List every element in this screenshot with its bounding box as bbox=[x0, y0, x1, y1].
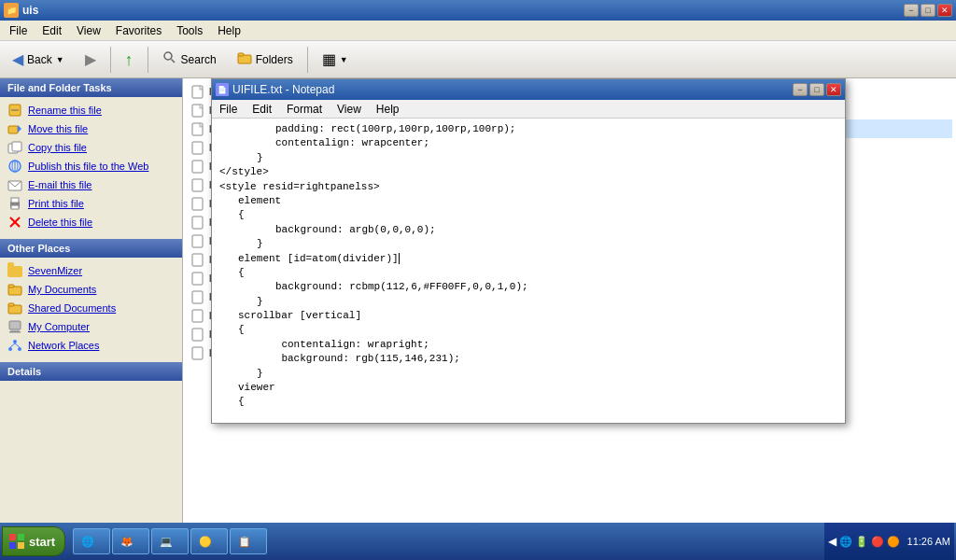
tray-icon-2: 🟠 bbox=[887, 536, 900, 548]
svg-rect-58 bbox=[192, 310, 203, 322]
up-icon: ↑ bbox=[125, 51, 134, 68]
svg-rect-48 bbox=[192, 217, 203, 229]
notepad-menu-file[interactable]: File bbox=[212, 101, 245, 118]
forward-button[interactable]: ▶ bbox=[77, 47, 105, 72]
forward-icon: ▶ bbox=[85, 50, 96, 68]
other-places-header[interactable]: Other Places bbox=[0, 239, 182, 258]
sevenmizer-folder-icon bbox=[7, 263, 22, 278]
window-controls: − □ ✕ bbox=[904, 4, 952, 17]
shared-documents-icon bbox=[7, 301, 22, 315]
menu-help[interactable]: Help bbox=[210, 22, 248, 39]
tray-arrow[interactable]: ◀ bbox=[828, 535, 836, 548]
search-button[interactable]: Search bbox=[154, 47, 225, 72]
my-documents-item[interactable]: My Documents bbox=[0, 280, 182, 299]
svg-point-28 bbox=[18, 347, 21, 351]
other-places-content: SevenMizer My Documents Shared Documents bbox=[0, 258, 182, 358]
rename-file-item[interactable]: Rename this file bbox=[0, 101, 182, 119]
folders-button[interactable]: Folders bbox=[229, 47, 302, 72]
menu-tools[interactable]: Tools bbox=[169, 22, 210, 39]
notepad-menu-edit[interactable]: Edit bbox=[245, 101, 279, 118]
svg-rect-66 bbox=[9, 534, 16, 540]
svg-rect-56 bbox=[192, 291, 203, 303]
svg-rect-3 bbox=[238, 53, 244, 56]
left-panel: File and Folder Tasks Rename this file M… bbox=[0, 78, 183, 538]
close-button[interactable]: ✕ bbox=[937, 4, 952, 17]
svg-rect-24 bbox=[11, 329, 19, 331]
svg-rect-60 bbox=[192, 329, 203, 341]
notepad-icon: 📄 bbox=[216, 83, 229, 96]
back-dropdown-icon[interactable]: ▼ bbox=[56, 55, 64, 64]
taskbar-btn-3[interactable]: 💻 bbox=[151, 528, 189, 554]
up-button[interactable]: ↑ bbox=[117, 48, 142, 72]
shared-documents-item[interactable]: Shared Documents bbox=[0, 299, 182, 317]
menu-file[interactable]: File bbox=[2, 22, 35, 39]
taskbar-btn-4[interactable]: 🟡 bbox=[190, 528, 228, 554]
notepad-menu-format[interactable]: Format bbox=[279, 101, 330, 118]
taskbar-btn-5[interactable]: 📋 bbox=[230, 528, 267, 554]
toolbar-separator-2 bbox=[148, 47, 148, 73]
svg-rect-6 bbox=[8, 126, 18, 133]
views-icon: ▦ bbox=[322, 50, 336, 68]
app-icon: 📁 bbox=[4, 3, 19, 18]
svg-point-0 bbox=[164, 52, 172, 60]
svg-rect-69 bbox=[18, 542, 24, 549]
network-places-item[interactable]: Network Places bbox=[0, 336, 182, 355]
notepad-title-bar: 📄 UIFILE.txt - Notepad − □ ✕ bbox=[212, 79, 845, 100]
delete-file-item[interactable]: Delete this file bbox=[0, 213, 182, 231]
svg-rect-52 bbox=[192, 254, 203, 266]
tray-icon-1: 🔴 bbox=[871, 536, 884, 548]
my-documents-icon bbox=[7, 282, 22, 297]
svg-rect-62 bbox=[192, 347, 203, 359]
copy-icon bbox=[7, 140, 22, 155]
file-tasks-header[interactable]: File and Folder Tasks bbox=[0, 78, 182, 97]
sevenmizer-item[interactable]: SevenMizer bbox=[0, 261, 182, 280]
svg-rect-15 bbox=[11, 198, 19, 203]
copy-file-item[interactable]: Copy this file bbox=[0, 138, 182, 157]
notepad-content-area[interactable]: padding: rect(100rp,100rp,100rp,100rp); … bbox=[212, 119, 845, 423]
search-icon bbox=[162, 50, 177, 68]
publish-file-item[interactable]: Publish this file to the Web bbox=[0, 157, 182, 175]
print-file-item[interactable]: Print this file bbox=[0, 194, 182, 213]
details-section: Details bbox=[0, 362, 182, 381]
file-tasks-section: File and Folder Tasks Rename this file M… bbox=[0, 78, 182, 235]
email-file-item[interactable]: E-mail this file bbox=[0, 175, 182, 194]
file-list-panel[interactable]: lang.res lang_3082.res lang_1025.res lan… bbox=[183, 78, 956, 538]
svg-rect-31 bbox=[192, 86, 203, 98]
details-header[interactable]: Details bbox=[0, 362, 182, 381]
move-file-item[interactable]: Move this file bbox=[0, 119, 182, 138]
svg-rect-54 bbox=[192, 273, 203, 285]
notepad-menu-view[interactable]: View bbox=[330, 101, 369, 118]
notepad-close-button[interactable]: ✕ bbox=[826, 83, 841, 96]
menu-favorites[interactable]: Favorites bbox=[108, 22, 169, 39]
svg-point-27 bbox=[8, 347, 12, 351]
minimize-button[interactable]: − bbox=[904, 4, 919, 17]
back-button[interactable]: ◀ Back ▼ bbox=[4, 47, 73, 72]
views-button[interactable]: ▦ ▼ bbox=[314, 47, 357, 72]
svg-rect-22 bbox=[8, 303, 14, 306]
svg-rect-33 bbox=[192, 105, 203, 117]
menu-edit[interactable]: Edit bbox=[35, 22, 69, 39]
my-computer-item[interactable]: My Computer bbox=[0, 317, 182, 336]
notepad-maximize-button[interactable]: □ bbox=[809, 83, 824, 96]
notepad-menu-help[interactable]: Help bbox=[369, 101, 407, 118]
menu-view[interactable]: View bbox=[69, 22, 108, 39]
main-content: File and Folder Tasks Rename this file M… bbox=[0, 78, 956, 538]
taskbar-btn-1[interactable]: 🌐 bbox=[73, 528, 110, 554]
notepad-minimize-button[interactable]: − bbox=[793, 83, 808, 96]
folders-icon bbox=[237, 50, 252, 68]
svg-rect-25 bbox=[9, 331, 21, 333]
back-label: Back bbox=[27, 53, 52, 66]
search-label: Search bbox=[181, 53, 217, 66]
tray-network-icon: 🌐 bbox=[839, 536, 852, 548]
tray-icons: ◀ 🌐 🔋 🔴 🟠 bbox=[828, 535, 900, 548]
print-icon bbox=[7, 196, 22, 211]
views-dropdown-icon: ▼ bbox=[340, 55, 348, 64]
toolbar-separator-1 bbox=[110, 47, 111, 73]
start-button[interactable]: start bbox=[2, 526, 65, 556]
notepad-controls: − □ ✕ bbox=[793, 83, 841, 96]
taskbar-btn-2[interactable]: 🦊 bbox=[112, 528, 149, 554]
svg-rect-23 bbox=[9, 321, 21, 329]
notepad-window: 📄 UIFILE.txt - Notepad − □ ✕ File Edit F… bbox=[211, 78, 846, 424]
maximize-button[interactable]: □ bbox=[921, 4, 935, 17]
svg-rect-68 bbox=[9, 542, 16, 549]
